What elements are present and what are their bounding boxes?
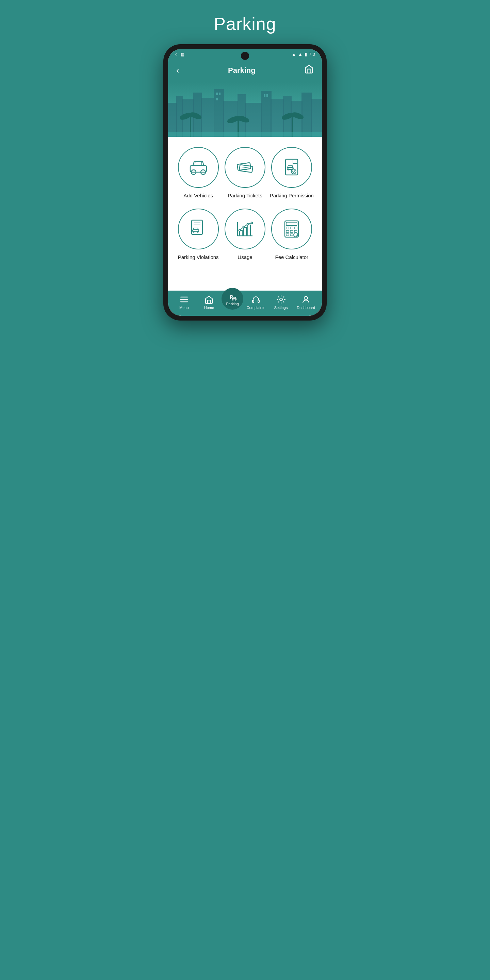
svg-rect-37 <box>195 162 202 165</box>
svg-point-58 <box>239 230 240 231</box>
parking-tickets-item[interactable]: Parking Tickets <box>221 147 268 198</box>
nav-settings[interactable]: Settings <box>269 295 294 310</box>
status-right: ▲ ▲ ▮ 7:0 <box>292 52 315 57</box>
nav-dashboard-label: Dashboard <box>297 305 315 310</box>
svg-rect-71 <box>290 234 293 236</box>
svg-rect-17 <box>219 92 221 95</box>
parking-permission-icon-circle <box>271 147 312 188</box>
svg-rect-81 <box>253 300 254 302</box>
usage-item[interactable]: Usage <box>221 208 268 260</box>
grid-section: Add Vehicles Parki <box>168 137 322 277</box>
svg-rect-68 <box>290 231 293 232</box>
svg-rect-18 <box>216 98 218 100</box>
svg-rect-56 <box>243 228 247 236</box>
svg-point-61 <box>251 222 253 224</box>
nav-complaints[interactable]: Complaints <box>243 295 269 310</box>
svg-rect-15 <box>311 99 322 137</box>
svg-point-83 <box>280 298 282 301</box>
svg-rect-63 <box>286 222 297 226</box>
header-title: Parking <box>228 66 256 75</box>
parking-violations-icon-circle <box>178 208 219 250</box>
spacer <box>168 277 322 291</box>
time-display: 7:0 <box>309 52 315 57</box>
parking-permission-label: Parking Permission <box>270 192 314 198</box>
svg-rect-67 <box>286 231 289 232</box>
sim-icon: ▦ <box>180 52 185 57</box>
svg-rect-64 <box>286 227 289 229</box>
svg-rect-14 <box>301 92 312 137</box>
svg-rect-70 <box>286 234 289 236</box>
add-vehicles-label: Add Vehicles <box>183 192 213 198</box>
nav-menu[interactable]: Menu <box>172 295 197 310</box>
svg-point-46 <box>291 169 296 174</box>
nav-menu-label: Menu <box>179 305 189 310</box>
camera-notch <box>241 52 249 60</box>
parking-tickets-label: Parking Tickets <box>228 192 262 198</box>
svg-rect-34 <box>190 165 207 172</box>
nav-dashboard[interactable]: Dashboard <box>293 295 318 310</box>
signal-icon: ○ <box>175 52 178 57</box>
svg-point-24 <box>185 113 196 118</box>
status-left: ○ ▦ <box>175 52 185 57</box>
phone-screen: ○ ▦ ▲ ▲ ▮ 7:0 ‹ Parking <box>168 49 322 316</box>
home-button[interactable] <box>303 63 315 78</box>
signal-bars-icon: ▲ <box>298 52 302 57</box>
usage-label: Usage <box>237 254 252 260</box>
grid-row-1: Add Vehicles Parki <box>175 147 315 198</box>
svg-rect-16 <box>216 92 218 95</box>
svg-point-84 <box>304 296 308 300</box>
nav-home[interactable]: Home <box>197 295 222 310</box>
page-title: Parking <box>214 14 276 34</box>
svg-rect-69 <box>294 231 297 232</box>
add-vehicles-item[interactable]: Add Vehicles <box>175 147 221 198</box>
nav-parking-label: Parking <box>226 302 239 306</box>
svg-rect-65 <box>290 227 293 229</box>
parking-tickets-icon-circle <box>224 147 266 188</box>
fee-calculator-item[interactable]: OR Fee Calculator <box>269 208 315 260</box>
svg-point-60 <box>247 224 248 225</box>
nav-parking[interactable]: P Parking <box>221 288 243 310</box>
nav-settings-label: Settings <box>274 305 288 310</box>
usage-icon-circle <box>224 208 266 250</box>
add-vehicles-icon-circle <box>178 147 219 188</box>
bottom-nav: Menu Home P Parking <box>168 291 322 316</box>
svg-rect-20 <box>266 94 268 97</box>
back-button[interactable]: ‹ <box>175 64 181 77</box>
parking-permission-item[interactable]: Parking Permission <box>269 147 315 198</box>
svg-rect-66 <box>294 227 297 229</box>
svg-rect-19 <box>264 94 266 97</box>
svg-point-59 <box>243 226 244 228</box>
fee-calculator-icon-circle: OR <box>271 208 312 250</box>
svg-text:OR: OR <box>295 234 298 237</box>
svg-line-40 <box>242 167 249 168</box>
phone-shell: ○ ▦ ▲ ▲ ▮ 7:0 ‹ Parking <box>163 44 327 321</box>
grid-row-2: Parking Violations <box>175 208 315 260</box>
parking-violations-label: Parking Violations <box>178 254 219 260</box>
svg-rect-10 <box>261 91 272 137</box>
wifi-icon: ▲ <box>292 52 296 57</box>
svg-point-32 <box>287 113 298 118</box>
svg-point-28 <box>233 116 243 121</box>
parking-violations-item[interactable]: Parking Violations <box>175 208 221 260</box>
fee-calculator-label: Fee Calculator <box>275 254 309 260</box>
status-bar: ○ ▦ ▲ ▲ ▮ 7:0 <box>168 49 322 58</box>
city-banner <box>168 82 322 137</box>
app-header: ‹ Parking <box>168 58 322 82</box>
nav-home-label: Home <box>204 305 214 310</box>
nav-complaints-label: Complaints <box>247 305 265 310</box>
svg-rect-5 <box>201 98 215 137</box>
svg-rect-33 <box>168 132 322 137</box>
svg-rect-57 <box>248 225 250 236</box>
svg-rect-6 <box>214 89 224 137</box>
battery-icon: ▮ <box>305 52 307 57</box>
svg-rect-82 <box>258 300 259 302</box>
svg-rect-50 <box>192 230 199 232</box>
